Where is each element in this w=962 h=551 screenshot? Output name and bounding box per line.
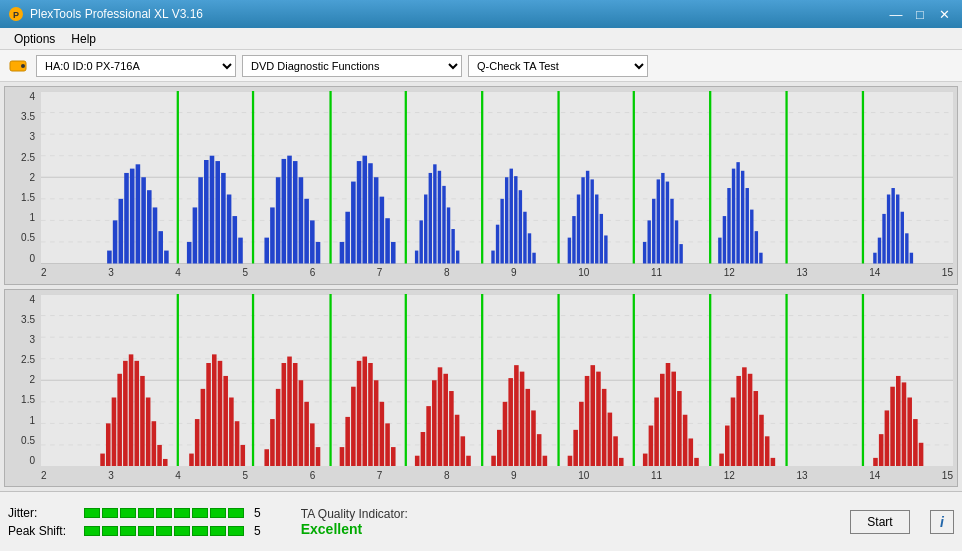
svg-rect-201 — [585, 375, 590, 466]
svg-rect-52 — [368, 163, 373, 263]
svg-rect-195 — [537, 434, 542, 466]
svg-rect-104 — [736, 162, 739, 263]
top-chart: 4 3.5 3 2.5 2 1.5 1 0.5 0 — [4, 86, 958, 285]
svg-rect-25 — [187, 242, 192, 264]
svg-rect-14 — [113, 220, 118, 263]
svg-rect-172 — [380, 401, 385, 466]
menu-options[interactable]: Options — [6, 30, 63, 48]
svg-rect-200 — [579, 401, 584, 466]
svg-rect-115 — [887, 195, 890, 264]
svg-rect-139 — [152, 421, 157, 466]
svg-rect-107 — [750, 210, 753, 264]
test-selector[interactable]: Q-Check TA Test — [468, 55, 648, 77]
peakshift-bar-4 — [138, 526, 154, 536]
svg-rect-207 — [619, 457, 624, 466]
svg-rect-34 — [238, 238, 243, 264]
svg-rect-85 — [590, 179, 593, 263]
maximize-button[interactable]: □ — [910, 6, 930, 22]
svg-rect-237 — [902, 382, 907, 466]
svg-rect-19 — [141, 177, 146, 263]
peakshift-bar-9 — [228, 526, 244, 536]
svg-rect-192 — [520, 371, 525, 466]
drive-selector[interactable]: HA:0 ID:0 PX-716A — [36, 55, 236, 77]
svg-rect-196 — [543, 455, 548, 466]
svg-rect-116 — [891, 188, 894, 263]
svg-rect-87 — [600, 214, 603, 264]
svg-rect-161 — [304, 401, 309, 466]
info-button[interactable]: i — [930, 510, 954, 534]
svg-rect-216 — [683, 414, 688, 466]
svg-rect-204 — [602, 388, 607, 466]
svg-rect-138 — [146, 397, 151, 466]
svg-rect-119 — [905, 233, 908, 263]
svg-rect-133 — [117, 373, 122, 466]
svg-rect-103 — [732, 169, 735, 264]
svg-rect-193 — [526, 388, 531, 466]
svg-rect-221 — [725, 425, 730, 466]
svg-rect-226 — [754, 391, 759, 466]
svg-rect-63 — [438, 171, 441, 264]
svg-rect-117 — [896, 195, 899, 264]
ta-quality-section: TA Quality Indicator: Excellent — [301, 507, 408, 537]
svg-rect-64 — [442, 186, 445, 264]
svg-rect-114 — [882, 214, 885, 264]
jitter-bar-5 — [156, 508, 172, 518]
function-selector[interactable]: DVD Diagnostic Functions — [242, 55, 462, 77]
svg-rect-146 — [206, 363, 211, 467]
svg-rect-15 — [119, 199, 124, 264]
svg-rect-154 — [264, 449, 269, 466]
bottom-chart-area — [41, 294, 953, 467]
minimize-button[interactable]: — — [886, 6, 906, 22]
svg-rect-182 — [449, 391, 454, 466]
top-chart-area — [41, 91, 953, 264]
peakshift-bar-1 — [84, 526, 100, 536]
svg-rect-32 — [227, 195, 232, 264]
close-button[interactable]: ✕ — [934, 6, 954, 22]
svg-rect-16 — [124, 173, 129, 264]
svg-rect-84 — [586, 171, 589, 264]
app-icon: P — [8, 6, 24, 22]
svg-rect-234 — [885, 410, 890, 466]
titlebar-left: P PlexTools Professional XL V3.16 — [8, 6, 203, 22]
svg-rect-134 — [123, 360, 128, 466]
svg-rect-70 — [496, 225, 499, 264]
svg-rect-222 — [731, 397, 736, 466]
svg-rect-98 — [679, 244, 682, 263]
svg-rect-72 — [505, 177, 508, 263]
svg-text:P: P — [13, 10, 19, 20]
svg-rect-227 — [759, 414, 764, 466]
svg-rect-141 — [163, 458, 168, 466]
jitter-label: Jitter: — [8, 506, 78, 520]
menu-help[interactable]: Help — [63, 30, 104, 48]
svg-rect-150 — [229, 397, 234, 466]
main-content: 4 3.5 3 2.5 2 1.5 1 0.5 0 — [0, 82, 962, 491]
svg-rect-73 — [510, 169, 513, 264]
svg-rect-223 — [736, 375, 741, 466]
peakshift-bar-7 — [192, 526, 208, 536]
svg-rect-47 — [340, 242, 345, 264]
svg-rect-191 — [514, 365, 519, 466]
svg-rect-199 — [573, 429, 578, 466]
start-button[interactable]: Start — [850, 510, 910, 534]
svg-rect-157 — [282, 363, 287, 467]
svg-rect-93 — [657, 179, 660, 263]
bottom-chart-y-axis: 4 3.5 3 2.5 2 1.5 1 0.5 0 — [5, 294, 39, 467]
svg-rect-159 — [293, 363, 298, 467]
peakshift-value: 5 — [254, 524, 261, 538]
svg-rect-101 — [723, 216, 726, 263]
svg-rect-160 — [299, 380, 304, 466]
svg-rect-33 — [233, 216, 238, 263]
jitter-value: 5 — [254, 506, 261, 520]
svg-rect-62 — [433, 164, 436, 263]
svg-rect-21 — [153, 207, 158, 263]
svg-rect-49 — [351, 182, 356, 264]
svg-rect-209 — [643, 453, 648, 466]
svg-rect-215 — [677, 391, 682, 466]
svg-rect-22 — [158, 231, 163, 263]
svg-rect-162 — [310, 423, 315, 466]
svg-rect-43 — [304, 199, 309, 264]
svg-rect-83 — [581, 177, 584, 263]
svg-rect-220 — [719, 453, 724, 466]
svg-rect-174 — [391, 447, 396, 466]
svg-rect-202 — [590, 365, 595, 466]
